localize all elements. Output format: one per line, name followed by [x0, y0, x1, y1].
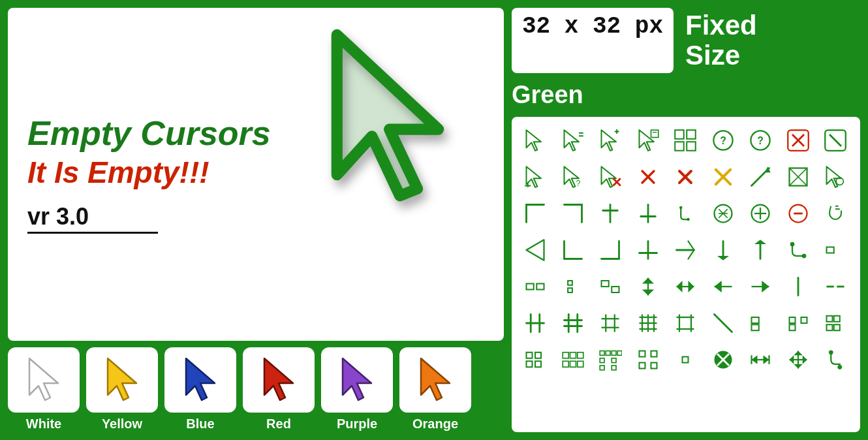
- icon-cell-45[interactable]: [518, 306, 552, 340]
- swatch-orange[interactable]: Orange: [399, 347, 471, 432]
- swatch-box-red[interactable]: [243, 347, 315, 413]
- icon-cell-8[interactable]: [818, 123, 852, 157]
- swatch-box-orange[interactable]: [399, 347, 471, 413]
- icon-cell-5[interactable]: ?: [706, 123, 740, 157]
- icon-cell-9[interactable]: [518, 160, 552, 194]
- icon-cell-6[interactable]: ?: [743, 123, 777, 157]
- icon-cell-4[interactable]: [668, 123, 702, 157]
- icon-cell-61[interactable]: [781, 343, 815, 377]
- icon-cell-54[interactable]: [518, 343, 552, 377]
- icon-cell-10[interactable]: ?: [556, 160, 590, 194]
- icon-cell-14[interactable]: [706, 160, 740, 194]
- icon-cell-28[interactable]: [556, 233, 590, 267]
- icon-cell-38[interactable]: [593, 270, 627, 304]
- icon-cell-41[interactable]: [706, 270, 740, 304]
- preview-text: Empty Cursors It Is Empty!!! vr 3.0: [27, 115, 271, 234]
- swatch-purple[interactable]: Purple: [321, 347, 393, 432]
- icon-cell-32[interactable]: [706, 233, 740, 267]
- icon-cell-0[interactable]: [518, 123, 552, 157]
- icon-cell-22[interactable]: [668, 196, 702, 230]
- icon-cell-53[interactable]: [818, 306, 852, 340]
- swatch-label-white: White: [26, 416, 61, 432]
- svg-rect-151: [612, 366, 616, 370]
- svg-rect-85: [536, 284, 544, 290]
- icon-cell-44[interactable]: [818, 270, 852, 304]
- svg-line-75: [689, 242, 694, 251]
- svg-marker-31: [527, 167, 542, 188]
- svg-marker-12: [602, 131, 617, 151]
- swatch-box-white[interactable]: [8, 347, 80, 413]
- icon-cell-3[interactable]: [631, 123, 665, 157]
- icon-cell-20[interactable]: [593, 196, 627, 230]
- icon-cell-43[interactable]: [781, 270, 815, 304]
- icon-cell-15[interactable]: [743, 160, 777, 194]
- right-header: 32 x 32 px FixedSize: [512, 8, 860, 73]
- icon-cell-60[interactable]: [743, 343, 777, 377]
- svg-marker-7: [421, 358, 450, 400]
- icon-cell-35[interactable]: [818, 233, 852, 267]
- icon-cell-23[interactable]: [706, 196, 740, 230]
- icon-cell-21[interactable]: [631, 196, 665, 230]
- icon-cell-52[interactable]: [781, 306, 815, 340]
- icon-cell-59[interactable]: [706, 343, 740, 377]
- icon-cell-48[interactable]: [631, 306, 665, 340]
- icon-cell-27[interactable]: [518, 233, 552, 267]
- icon-cell-13[interactable]: [668, 160, 702, 194]
- icon-cell-29[interactable]: [593, 233, 627, 267]
- icon-cell-11[interactable]: [593, 160, 627, 194]
- icon-cell-39[interactable]: [631, 270, 665, 304]
- icon-cell-18[interactable]: [518, 196, 552, 230]
- icon-cell-42[interactable]: [743, 270, 777, 304]
- fixed-size-label: FixedSize: [679, 8, 764, 73]
- icon-cell-1[interactable]: [556, 123, 590, 157]
- icon-cell-56[interactable]: [593, 343, 627, 377]
- icon-cell-7[interactable]: [781, 123, 815, 157]
- svg-marker-169: [794, 351, 803, 356]
- swatch-red[interactable]: Red: [243, 347, 315, 432]
- swatch-blue[interactable]: Blue: [164, 347, 236, 432]
- icon-cell-30[interactable]: [631, 233, 665, 267]
- svg-rect-140: [577, 353, 583, 358]
- svg-rect-137: [535, 362, 541, 368]
- color-label: Green: [512, 78, 860, 112]
- icon-cell-25[interactable]: [781, 196, 815, 230]
- svg-rect-130: [827, 316, 833, 322]
- icon-cell-47[interactable]: [593, 306, 627, 340]
- swatch-yellow[interactable]: Yellow: [86, 347, 158, 432]
- icon-cell-57[interactable]: [631, 343, 665, 377]
- swatch-box-yellow[interactable]: [86, 347, 158, 413]
- icon-cell-37[interactable]: [556, 270, 590, 304]
- svg-marker-167: [789, 356, 794, 365]
- icon-cell-24[interactable]: [743, 196, 777, 230]
- icon-cell-58[interactable]: [668, 343, 702, 377]
- swatch-box-purple[interactable]: [321, 347, 393, 413]
- icon-cell-49[interactable]: [668, 306, 702, 340]
- swatch-white[interactable]: White: [8, 347, 80, 432]
- icon-cell-55[interactable]: [556, 343, 590, 377]
- svg-rect-147: [617, 351, 622, 356]
- svg-marker-99: [762, 281, 769, 292]
- swatch-box-blue[interactable]: [164, 347, 236, 413]
- svg-marker-4: [186, 358, 215, 400]
- svg-rect-135: [535, 353, 541, 358]
- icon-cell-17[interactable]: [818, 160, 852, 194]
- icon-cell-46[interactable]: [556, 306, 590, 340]
- swatch-label-purple: Purple: [337, 416, 377, 432]
- icon-cell-40[interactable]: [668, 270, 702, 304]
- icon-cell-62[interactable]: [818, 343, 852, 377]
- svg-rect-21: [687, 142, 696, 151]
- icon-cell-50[interactable]: [706, 306, 740, 340]
- icon-cell-19[interactable]: [556, 196, 590, 230]
- icon-cell-34[interactable]: [781, 233, 815, 267]
- svg-rect-87: [568, 289, 572, 293]
- icon-cell-16[interactable]: [781, 160, 815, 194]
- icon-cell-26[interactable]: [818, 196, 852, 230]
- icon-cell-51[interactable]: [743, 306, 777, 340]
- icon-cell-33[interactable]: [743, 233, 777, 267]
- icon-cell-2[interactable]: [593, 123, 627, 157]
- svg-rect-154: [639, 363, 645, 369]
- icon-cell-31[interactable]: [668, 233, 702, 267]
- icon-cell-12[interactable]: [631, 160, 665, 194]
- svg-rect-145: [606, 351, 610, 356]
- icon-cell-36[interactable]: [518, 270, 552, 304]
